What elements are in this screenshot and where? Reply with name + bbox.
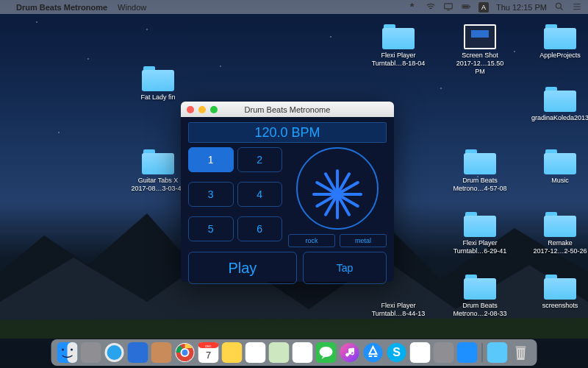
desktop-icon[interactable]: Guitar Tabs X2017-08…3-03-44	[129, 149, 187, 193]
icon-label: Screen Shot	[451, 52, 509, 60]
titlebar[interactable]: Drum Beats Metronome	[181, 102, 394, 117]
dock-calendar-icon[interactable]: DEC7	[198, 342, 219, 363]
tempo-dial[interactable]	[296, 147, 379, 230]
icon-label: Drum Beats	[451, 177, 509, 185]
dock-downloads-icon[interactable]	[487, 342, 508, 363]
beat-button-3[interactable]: 3	[188, 182, 234, 207]
svg-point-27	[320, 347, 333, 357]
icon-label: Turntabl…8-18-04	[369, 60, 428, 68]
play-button[interactable]: Play	[188, 252, 297, 284]
svg-rect-25	[293, 342, 313, 363]
menubar-app-name[interactable]: Drum Beats Metronome	[16, 3, 107, 12]
dock-messages-icon[interactable]	[316, 342, 337, 363]
icon-label: Fat Lady fin	[129, 93, 187, 102]
dock-itunes-icon[interactable]	[340, 342, 360, 363]
screenshot-thumbnail	[464, 24, 496, 49]
app-window: Drum Beats Metronome 120.0 BPM 123456 ro…	[181, 102, 394, 282]
window-title: Drum Beats Metronome	[181, 105, 394, 114]
svg-text:S: S	[392, 346, 401, 358]
folder-icon	[142, 66, 174, 91]
dock-launchpad-icon[interactable]	[81, 342, 101, 363]
desktop-icon[interactable]: Remake2017-12…2-50-26	[531, 212, 588, 255]
svg-rect-23	[245, 342, 266, 363]
spotlight-icon[interactable]	[554, 1, 564, 13]
dock-contacts-icon[interactable]	[151, 342, 172, 363]
dock-safari-icon[interactable]	[104, 342, 125, 363]
icon-label: Metrono…4-57-08	[451, 185, 509, 193]
folder-icon	[544, 275, 576, 300]
menubar-menu-window[interactable]: Window	[118, 3, 146, 12]
dock-drum-beats-icon[interactable]	[457, 342, 478, 363]
icon-label: AppleProjects	[531, 52, 588, 60]
svg-point-11	[107, 345, 122, 360]
menubar-clock[interactable]: Thu 12:15 PM	[496, 3, 547, 12]
dock-photos-icon[interactable]	[293, 342, 313, 363]
svg-rect-12	[128, 342, 148, 363]
beat-button-5[interactable]: 5	[188, 216, 234, 241]
svg-rect-22	[222, 342, 243, 363]
svg-rect-36	[516, 346, 526, 348]
bpm-display[interactable]: 120.0 BPM	[188, 122, 387, 143]
svg-text:DEC: DEC	[205, 344, 212, 348]
dock-maps-icon[interactable]	[269, 342, 290, 363]
icon-label: 2017-08…3-03-44	[129, 185, 187, 193]
svg-rect-35	[487, 342, 508, 363]
tap-button[interactable]: Tap	[303, 252, 387, 284]
folder-icon	[464, 212, 496, 237]
folder-icon	[544, 212, 576, 237]
folder-icon	[544, 87, 576, 112]
icon-label: 2017-12…2-50-26	[531, 247, 588, 255]
icon-label: Guitar Tabs X	[129, 177, 187, 185]
svg-point-8	[71, 349, 73, 351]
icon-label: Flexi Player	[451, 239, 509, 247]
icon-label: Music	[531, 177, 588, 185]
svg-rect-13	[151, 342, 172, 363]
dock-reminders-icon[interactable]	[245, 342, 266, 363]
dock-skype-icon[interactable]: S	[387, 342, 407, 363]
desktop-icon[interactable]: Drum BeatsMetrono…4-57-08	[451, 149, 509, 193]
desktop: Drum Beats Metronome Window A Thu 12:15 …	[0, 0, 588, 368]
folder-icon	[142, 149, 174, 174]
icon-label: Remake	[531, 239, 588, 247]
icon-label: Turntabl…8-44-13	[369, 310, 428, 318]
svg-rect-0	[445, 3, 453, 8]
location-icon[interactable]	[408, 1, 418, 13]
beat-grid: 123456	[188, 147, 282, 247]
beat-button-2[interactable]: 2	[237, 147, 283, 172]
dock-preview-icon[interactable]	[410, 342, 431, 363]
icon-label: gradinaKoleda2013	[531, 114, 588, 122]
dock-notes-icon[interactable]	[222, 342, 243, 363]
style-metal-button[interactable]: metal	[340, 234, 387, 247]
dock-mail-icon[interactable]	[128, 342, 148, 363]
icon-label: Flexi Player	[369, 52, 428, 60]
desktop-icon[interactable]: Flexi PlayerTurntabl…8-18-04	[369, 24, 428, 68]
wifi-icon[interactable]	[426, 1, 436, 13]
dock-system-preferences-icon[interactable]	[434, 342, 454, 363]
icon-label: 2017-12…15.50 PM	[451, 60, 509, 76]
beat-button-4[interactable]: 4	[237, 182, 283, 207]
svg-rect-33	[434, 342, 454, 363]
dock-trash-icon[interactable]	[511, 342, 531, 363]
style-rock-button[interactable]: rock	[288, 234, 335, 247]
beat-button-6[interactable]: 6	[237, 216, 283, 241]
notification-center-icon[interactable]	[572, 1, 582, 13]
battery-icon[interactable]	[461, 1, 471, 13]
dock-finder-icon[interactable]	[57, 342, 78, 363]
desktop-icon[interactable]: Flexi PlayerTurntabl…6-29-41	[451, 212, 509, 255]
svg-rect-34	[457, 342, 478, 363]
dock-chrome-icon[interactable]	[175, 342, 196, 363]
desktop-icon[interactable]: AppleProjects	[531, 24, 588, 60]
menubar: Drum Beats Metronome Window A Thu 12:15 …	[0, 0, 588, 14]
desktop-icon[interactable]: Music	[531, 149, 588, 185]
svg-point-4	[556, 3, 561, 8]
input-source-icon[interactable]: A	[478, 2, 489, 13]
desktop-icon[interactable]: Drum BeatsMetrono…2-08-33	[451, 275, 509, 318]
desktop-icon[interactable]: Screen Shot2017-12…15.50 PM	[451, 24, 509, 75]
dock-appstore-icon[interactable]	[363, 342, 384, 363]
desktop-icon[interactable]: screenshots	[531, 275, 588, 310]
svg-text:7: 7	[206, 350, 211, 361]
beat-button-1[interactable]: 1	[188, 147, 234, 172]
display-icon[interactable]	[443, 1, 453, 13]
desktop-icon[interactable]: Fat Lady fin	[129, 66, 187, 102]
desktop-icon[interactable]: gradinaKoleda2013	[531, 87, 588, 122]
